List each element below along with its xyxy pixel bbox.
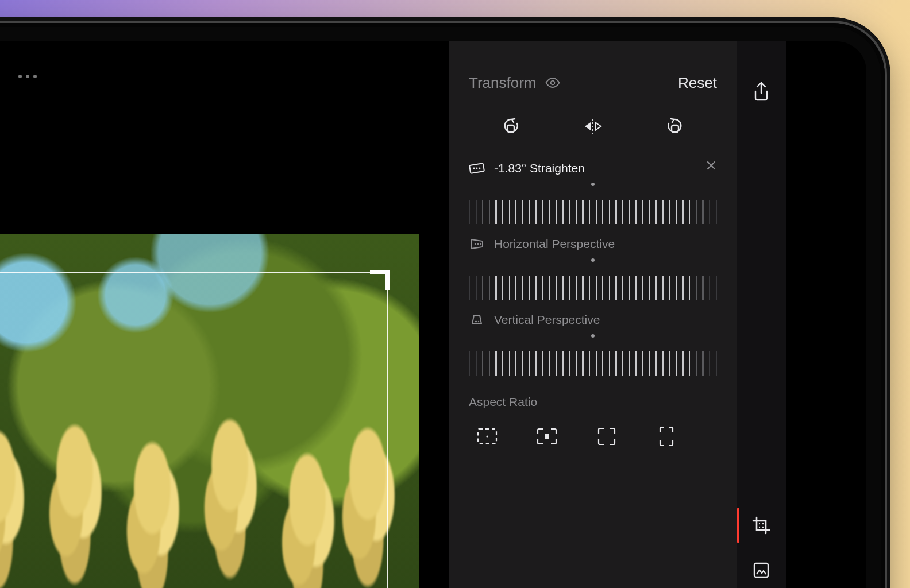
filters-tab[interactable]: [744, 548, 778, 588]
aspect-portrait-button[interactable]: [654, 424, 679, 449]
straighten-control: -1.83° Straighten: [469, 161, 717, 224]
svg-point-5: [473, 168, 475, 169]
horizontal-perspective-control: Horizontal Perspective: [469, 237, 717, 300]
device-frame: Transform Reset: [0, 23, 885, 588]
svg-point-13: [478, 321, 479, 322]
svg-point-10: [480, 243, 481, 245]
canvas-area: [0, 41, 449, 588]
svg-point-17: [759, 523, 760, 524]
vertical-perspective-label: Vertical Perspective: [494, 313, 600, 327]
tool-strip: [737, 41, 786, 588]
crop-tab[interactable]: [744, 503, 778, 548]
horizontal-perspective-dial[interactable]: [469, 264, 717, 300]
horizontal-perspective-icon: [469, 238, 485, 250]
vertical-perspective-icon: [469, 314, 485, 326]
reset-button[interactable]: Reset: [678, 74, 717, 92]
svg-point-12: [476, 321, 477, 322]
photo-preview[interactable]: [0, 234, 419, 588]
rotate-left-button[interactable]: [498, 114, 523, 139]
more-menu[interactable]: [18, 75, 37, 78]
transform-panel: Transform Reset: [449, 41, 737, 588]
svg-point-19: [759, 527, 760, 528]
svg-point-15: [486, 435, 488, 437]
svg-point-7: [479, 168, 481, 169]
horizontal-perspective-label: Horizontal Perspective: [494, 237, 615, 251]
visibility-icon[interactable]: [545, 77, 561, 88]
straighten-dial[interactable]: [469, 188, 717, 224]
svg-point-8: [475, 243, 476, 245]
aspect-ratio-title: Aspect Ratio: [469, 395, 717, 409]
rotate-right-button[interactable]: [663, 114, 688, 139]
flip-horizontal-button[interactable]: [580, 114, 606, 139]
aspect-freeform-button[interactable]: [475, 424, 500, 449]
aspect-square-button[interactable]: [594, 424, 619, 449]
svg-rect-16: [545, 434, 549, 439]
svg-point-11: [475, 321, 476, 322]
svg-point-0: [550, 81, 554, 85]
screen: Transform Reset: [0, 41, 866, 588]
vertical-perspective-control: Vertical Perspective: [469, 312, 717, 376]
vertical-perspective-dial[interactable]: [469, 340, 717, 376]
svg-point-9: [477, 243, 479, 245]
straighten-icon: [469, 162, 485, 175]
svg-point-6: [476, 168, 478, 169]
panel-title: Transform: [469, 74, 537, 92]
svg-point-18: [762, 523, 764, 524]
svg-rect-21: [754, 563, 768, 577]
aspect-original-button[interactable]: [534, 424, 560, 449]
svg-point-20: [762, 527, 764, 528]
straighten-clear-button[interactable]: [705, 160, 717, 171]
share-button[interactable]: [744, 69, 778, 114]
straighten-value: -1.83° Straighten: [494, 161, 585, 175]
